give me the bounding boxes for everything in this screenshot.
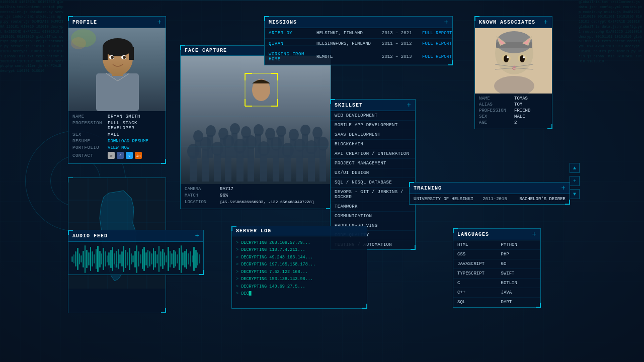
nav-center-button[interactable]: +	[570, 176, 580, 186]
wave-bar	[177, 254, 178, 263]
log-line: DECRYPTING 197.165.158.178...	[236, 261, 363, 268]
wave-bar	[101, 253, 103, 264]
profile-plus-icon[interactable]: +	[157, 19, 162, 26]
mission-report-link[interactable]: FULL REPORT	[422, 41, 452, 46]
assoc-profession-label: PROFESSION	[479, 108, 514, 113]
svg-rect-49	[319, 149, 326, 182]
linkedin-icon[interactable]: in	[135, 152, 142, 159]
skill-item: DEVOPS - GIT / JENKINS / DOCKER	[331, 188, 415, 202]
resume-link[interactable]: DOWNLOAD RESUME	[108, 139, 148, 144]
skill-item: WEB DEVELOPMENT	[331, 111, 415, 121]
profile-contact-row: CONTACT ✉ f t in	[72, 152, 162, 159]
profile-sex-row: SEX MALE	[72, 132, 162, 137]
twitter-icon[interactable]: t	[126, 152, 133, 159]
resume-label: RESUME	[72, 139, 108, 144]
facebook-icon[interactable]: f	[117, 152, 124, 159]
wave-bar	[110, 250, 112, 268]
nav-up-button[interactable]: ▲	[570, 163, 580, 173]
language-left: C++	[453, 288, 497, 298]
skill-item: MOBILE APP DEVELOPMENT	[331, 121, 415, 130]
assoc-age-row: AGE 2	[479, 120, 548, 125]
associates-header: KNOWN ASSOCIATES +	[475, 17, 552, 28]
languages-header: LANGUAGES +	[453, 229, 540, 240]
wave-bar	[173, 250, 175, 268]
language-left: TYPESCRIPT	[453, 269, 497, 279]
wave-bar	[184, 251, 186, 267]
mission-report-link[interactable]: FULL REPORT	[422, 31, 452, 36]
profile-resume-row: RESUME DOWNLOAD RESUME	[72, 139, 162, 144]
wave-bar	[75, 251, 76, 266]
server-log-title: SERVER LOG	[236, 228, 271, 234]
wave-bar	[121, 251, 123, 266]
associates-photo	[475, 28, 552, 94]
wave-bar	[80, 255, 82, 263]
wave-bar	[186, 249, 188, 269]
language-right: PHP	[497, 250, 541, 259]
contact-icons: ✉ f t in	[108, 152, 142, 159]
mission-report-link[interactable]: FULL REPORT	[422, 54, 452, 59]
wave-bar	[147, 250, 149, 268]
language-left: CSS	[453, 250, 497, 259]
mission-dates: 2011 – 2012	[382, 41, 422, 46]
wave-bar	[170, 251, 171, 267]
wave-bar	[77, 248, 78, 270]
wave-bar	[125, 250, 126, 268]
face-capture-panel: FACE CAPTURE	[180, 45, 331, 209]
skill-item: SAAS DEVELOPMENT	[331, 130, 415, 140]
training-rows: UNIVERSITY OF HELSINKI 2011-2015 BACHELO…	[410, 194, 570, 204]
skill-item: BLOCKCHAIN	[331, 140, 415, 149]
skillset-plus-icon[interactable]: +	[407, 102, 411, 109]
language-right: PYTHON	[497, 240, 541, 250]
wave-bar	[179, 248, 180, 270]
sex-label: SEX	[72, 132, 108, 137]
wave-bar	[107, 255, 108, 263]
training-title: TRAINING	[414, 186, 442, 191]
training-plus-icon[interactable]: +	[561, 185, 566, 192]
profile-name-row: NAME BRYAN SMITH	[72, 114, 162, 119]
wave-bar	[105, 251, 106, 266]
email-icon[interactable]: ✉	[108, 152, 115, 159]
wave-bar	[188, 253, 189, 264]
wave-bar	[164, 252, 166, 265]
audio-feed-plus-icon[interactable]: +	[195, 232, 199, 239]
wave-bar	[108, 252, 110, 265]
wave-bar	[175, 251, 177, 266]
svg-rect-27	[190, 156, 197, 182]
profile-photo	[68, 28, 166, 111]
wave-bar	[193, 247, 195, 271]
associates-info: NAME TOMAS ALIAS TOM PROFESSION FRIEND S…	[475, 94, 552, 129]
wave-bar	[73, 254, 75, 263]
language-right: JAVA	[497, 288, 541, 298]
wave-bar	[156, 254, 158, 263]
match-label: MATCH	[185, 193, 220, 198]
assoc-age-label: AGE	[479, 120, 514, 125]
svg-point-11	[111, 56, 114, 59]
name-label: NAME	[72, 114, 108, 119]
portfolio-link[interactable]: VIEW NOW	[108, 145, 129, 150]
wave-bar	[119, 254, 121, 263]
associates-plus-icon[interactable]: +	[544, 19, 548, 26]
assoc-name-row: NAME TOMAS	[479, 96, 548, 101]
associates-title: KNOWN ASSOCIATES	[479, 20, 535, 25]
wave-bar	[162, 249, 164, 269]
assoc-alias-value: TOM	[514, 102, 522, 107]
nav-down-button[interactable]: ▼	[570, 189, 580, 199]
wave-bar	[190, 251, 191, 266]
skill-item: SQL / NOSQL DATABASE	[331, 178, 415, 188]
profile-info: NAME BRYAN SMITH PROFESSION FULL STACK D…	[68, 111, 166, 163]
wave-bar	[79, 253, 80, 264]
missions-plus-icon[interactable]: +	[444, 19, 448, 26]
wave-bar	[88, 252, 90, 265]
wave-bar	[131, 253, 132, 264]
server-log-header: SERVER LOG	[232, 226, 367, 236]
face-info: CAMERA RA717 MATCH 96% LOCATION [45.5158…	[181, 184, 331, 209]
mission-name: ARTER OY	[269, 31, 316, 36]
wave-bar	[142, 249, 143, 269]
wave-bar	[199, 254, 200, 263]
wave-bar	[143, 247, 145, 271]
log-line: DEC█	[236, 290, 363, 297]
wave-bar	[151, 253, 152, 264]
languages-plus-icon[interactable]: +	[532, 231, 536, 238]
audio-feed-header: AUDIO FEED +	[68, 230, 203, 242]
skill-item: COMMUNICATION	[331, 212, 415, 221]
